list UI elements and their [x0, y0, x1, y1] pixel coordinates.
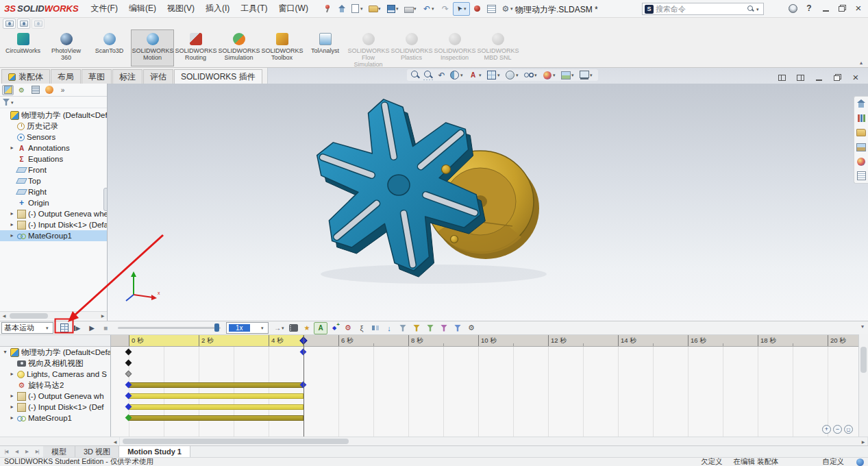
- motion-tool-button[interactable]: [369, 322, 382, 334]
- toolbar-button[interactable]: [367, 2, 384, 16]
- hud-button[interactable]: [468, 70, 484, 80]
- motion-tool-button[interactable]: [437, 322, 451, 334]
- crank-pin[interactable]: [442, 165, 451, 174]
- keyframe-diamond[interactable]: [125, 360, 132, 367]
- motion-tool-button[interactable]: [355, 322, 369, 334]
- scroll-thumb[interactable]: [123, 439, 349, 444]
- search-scope-icon[interactable]: S: [645, 5, 654, 14]
- expand-arrow-icon[interactable]: [9, 211, 15, 217]
- playback-position-slider[interactable]: [118, 327, 221, 329]
- graphics-viewport[interactable]: x: [108, 84, 868, 321]
- status-custom[interactable]: 自定义: [823, 457, 845, 466]
- toolbar-button[interactable]: [403, 2, 420, 16]
- command-tab[interactable]: 标注: [112, 69, 142, 84]
- toolbar-button[interactable]: [499, 2, 517, 16]
- tree-item[interactable]: (-) Input Disk<1> (Defaul: [0, 219, 107, 230]
- tree-item[interactable]: Top: [0, 175, 107, 186]
- hud-button[interactable]: [423, 70, 434, 80]
- command-search[interactable]: S: [642, 3, 764, 15]
- timeline-playhead[interactable]: [303, 335, 304, 437]
- motion-tool-button[interactable]: [382, 322, 396, 334]
- motion-tool-button[interactable]: [327, 322, 341, 334]
- toolbar-button[interactable]: [321, 2, 334, 16]
- assembly-model[interactable]: [303, 95, 572, 291]
- addin-button[interactable]: SOLIDWORKS MBD SNL: [476, 29, 519, 66]
- tree-item[interactable]: 物理动力学 (Default<Default: [0, 110, 107, 121]
- timeline-bar[interactable]: [129, 382, 303, 388]
- feature-manager-tab[interactable]: [29, 85, 41, 95]
- addin-button[interactable]: SOLIDWORKS Plastics: [390, 29, 433, 66]
- motion-tree-item[interactable]: (-) Output Geneva wh: [0, 391, 110, 402]
- timeline-vertical-scrollbar[interactable]: [858, 334, 868, 437]
- timeline-row[interactable]: [111, 402, 858, 413]
- hud-button[interactable]: [449, 70, 465, 80]
- filter-icon[interactable]: [3, 99, 10, 106]
- timeline-row[interactable]: [111, 380, 858, 391]
- expand-arrow-icon[interactable]: [9, 371, 15, 377]
- motion-tree-item[interactable]: 物理动力学 (Default<Defa: [0, 347, 110, 358]
- toolbar-button[interactable]: [453, 2, 470, 16]
- motion-tree-item[interactable]: MateGroup1: [0, 413, 110, 424]
- hud-button[interactable]: [486, 70, 502, 80]
- addin-button[interactable]: SOLIDWORKS Simulation: [217, 29, 260, 66]
- task-pane-icon[interactable]: [856, 114, 866, 123]
- menu-item[interactable]: 窗口(W): [273, 0, 314, 17]
- menu-item[interactable]: 文件(F): [86, 0, 123, 17]
- keyframe-diamond[interactable]: [125, 349, 132, 356]
- capture-button[interactable]: [3, 19, 16, 29]
- motion-tool-button[interactable]: [396, 322, 410, 334]
- timeline-canvas[interactable]: 0 秒 2 秒 4 秒 6 秒 8 秒 10 秒 12 秒 14 秒 16 秒: [111, 335, 858, 437]
- viewport-window-button[interactable]: [793, 71, 807, 84]
- hud-button[interactable]: [436, 70, 447, 80]
- addin-button[interactable]: SOLIDWORKS Inspection: [433, 29, 476, 66]
- tree-item[interactable]: MateGroup1: [0, 230, 107, 241]
- toolbar-button[interactable]: [438, 2, 452, 16]
- addin-button[interactable]: CircuitWorks: [1, 29, 45, 66]
- addin-button[interactable]: ScanTo3D: [88, 29, 131, 66]
- panel-horizontal-scrollbar[interactable]: ◀ ▶: [0, 311, 107, 319]
- toolbar-button[interactable]: [349, 2, 367, 16]
- transport-button[interactable]: [99, 322, 112, 334]
- expand-arrow-icon[interactable]: [9, 233, 15, 238]
- expand-arrow-icon[interactable]: [9, 222, 15, 228]
- expand-arrow-icon[interactable]: [2, 350, 8, 355]
- toolbar-button[interactable]: [485, 2, 499, 16]
- scroll-track[interactable]: [120, 437, 859, 445]
- command-tab[interactable]: 布局: [51, 69, 81, 84]
- titlebar-control-button[interactable]: [786, 1, 799, 15]
- scroll-right-icon[interactable]: ▶: [99, 312, 107, 320]
- addin-button[interactable]: SOLIDWORKS Flow Simulation: [347, 29, 390, 66]
- motion-tool-button[interactable]: [410, 322, 423, 334]
- expand-arrow-icon[interactable]: [9, 145, 15, 151]
- timeline-row[interactable]: [111, 369, 858, 380]
- motion-tool-button[interactable]: [423, 322, 437, 334]
- tab-nav-icon[interactable]: [22, 447, 32, 456]
- timeline-zoom-button[interactable]: [822, 425, 831, 434]
- command-tab[interactable]: 草图: [82, 69, 112, 84]
- addin-button[interactable]: SOLIDWORKS Motion: [131, 29, 174, 66]
- tab-nav-icon[interactable]: [1, 447, 11, 456]
- document-tab[interactable]: 3D 视图: [75, 446, 119, 457]
- search-icon[interactable]: [747, 5, 754, 12]
- task-pane-icon[interactable]: [856, 157, 866, 166]
- timeline-row[interactable]: [111, 347, 858, 358]
- motion-tree-item[interactable]: (-) Input Disk<1> (Def: [0, 402, 110, 413]
- viewport-window-button[interactable]: [849, 71, 863, 84]
- motion-tree-item[interactable]: 视向及相机视图: [0, 358, 110, 369]
- motion-tool-button[interactable]: [341, 322, 355, 334]
- transport-button[interactable]: [58, 322, 71, 334]
- menu-item[interactable]: 视图(V): [162, 0, 200, 17]
- document-tab[interactable]: Motion Study 1: [119, 446, 190, 457]
- timeline-row[interactable]: [111, 358, 858, 369]
- task-pane-icon[interactable]: [856, 143, 866, 151]
- feature-manager-tab[interactable]: [43, 85, 55, 95]
- task-pane-icon[interactable]: [856, 128, 866, 137]
- menu-item[interactable]: 编辑(E): [123, 0, 162, 17]
- task-pane-icon[interactable]: [856, 171, 866, 180]
- motion-tool-button[interactable]: [286, 322, 300, 334]
- globe-icon[interactable]: [856, 458, 864, 466]
- toolbar-button[interactable]: [385, 2, 402, 16]
- filter-caret-icon[interactable]: [11, 100, 16, 105]
- motion-tool-button[interactable]: [464, 322, 478, 334]
- expand-arrow-icon[interactable]: [9, 415, 15, 421]
